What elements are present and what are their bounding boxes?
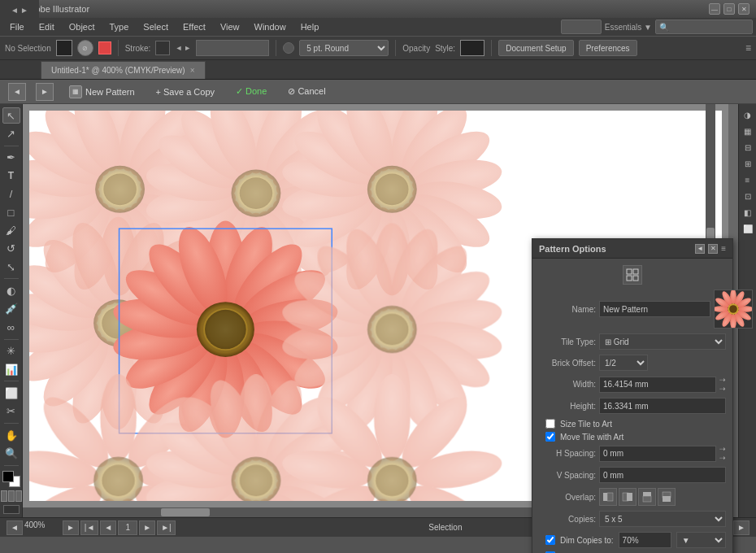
maximize-button[interactable]: □ xyxy=(723,3,735,15)
width-input[interactable] xyxy=(599,377,716,393)
color-mode-btn[interactable] xyxy=(98,41,111,54)
zoom-decrease-btn[interactable]: ◄ xyxy=(7,520,23,535)
pen-tool[interactable]: ✒ xyxy=(2,150,20,166)
forward-btn[interactable]: ► xyxy=(36,83,54,101)
menu-help[interactable]: Help xyxy=(294,20,326,33)
style-swatch[interactable] xyxy=(460,40,484,56)
link-spacing-btn[interactable]: ⇢ ⇢ xyxy=(719,445,726,462)
last-page-btn[interactable]: ►| xyxy=(157,520,176,535)
draw-behind-btn[interactable] xyxy=(8,490,15,502)
overlap-left-btn[interactable] xyxy=(599,488,617,506)
height-input[interactable] xyxy=(599,398,726,414)
close-button[interactable]: ✕ xyxy=(738,3,749,15)
tile-preview xyxy=(714,290,753,329)
blend-tool[interactable]: ∞ xyxy=(2,319,20,335)
height-label: Height: xyxy=(539,402,596,411)
h-spacing-input[interactable] xyxy=(599,446,716,462)
panel-align-icon[interactable]: ≡ xyxy=(741,172,755,187)
artboard-tool[interactable]: ⬜ xyxy=(2,385,20,401)
svg-rect-186 xyxy=(643,496,651,502)
h-scrollbar-thumb[interactable] xyxy=(161,508,210,516)
panel-artboards-icon[interactable]: ⬜ xyxy=(741,221,755,236)
menu-file[interactable]: File xyxy=(3,20,31,33)
link-dimensions-btn[interactable]: ⇢ ⇢ xyxy=(719,376,726,393)
rect-tool[interactable]: □ xyxy=(2,204,20,220)
panel-minimize-btn[interactable]: ◄ xyxy=(695,244,705,254)
scroll-right-btn[interactable]: ► xyxy=(733,520,749,535)
back-btn[interactable]: ◄ xyxy=(8,83,26,101)
zoom-tool[interactable]: 🔍 xyxy=(2,445,20,461)
panel-layers-icon[interactable]: ◧ xyxy=(741,205,755,220)
done-btn[interactable]: ✓ Done xyxy=(230,83,272,100)
panel-header[interactable]: Pattern Options ◄ ✕ ≡ xyxy=(532,239,732,259)
overlap-buttons xyxy=(599,488,676,506)
overlap-top-btn[interactable] xyxy=(638,488,656,506)
fill-swatch[interactable] xyxy=(56,40,72,56)
panel-gradient-icon[interactable]: ▦ xyxy=(741,124,755,138)
preferences-button[interactable]: Preferences xyxy=(579,40,637,56)
draw-inside-btn[interactable] xyxy=(15,490,22,502)
tile-icon-btn[interactable] xyxy=(623,265,642,285)
column-tool[interactable]: 📊 xyxy=(2,361,20,377)
dim-copies-checkbox[interactable] xyxy=(545,535,555,545)
overlap-row: Overlap: xyxy=(539,488,726,506)
select-tool[interactable]: ↖ xyxy=(2,107,20,124)
cancel-btn[interactable]: ⊘ Cancel xyxy=(282,83,331,100)
v-spacing-input[interactable] xyxy=(599,467,726,483)
line-tool[interactable]: / xyxy=(2,185,20,202)
screen-mode-btn[interactable] xyxy=(3,505,20,514)
name-label: Name: xyxy=(539,305,596,314)
symbol-tool[interactable]: ✳ xyxy=(2,342,20,359)
brick-offset-select[interactable]: 1/2 1/3 1/4 xyxy=(599,355,648,371)
panel-close-btn[interactable]: ✕ xyxy=(708,244,718,254)
menu-select[interactable]: Select xyxy=(137,20,175,33)
slice-tool[interactable]: ✂ xyxy=(2,403,20,420)
menu-object[interactable]: Object xyxy=(63,20,102,33)
dim-copies-pct-input[interactable] xyxy=(619,532,671,548)
panel-stroke-icon[interactable]: ⊟ xyxy=(741,140,755,155)
overlap-bottom-btn[interactable] xyxy=(658,488,676,506)
hand-tool[interactable]: ✋ xyxy=(2,427,20,443)
menu-window[interactable]: Window xyxy=(248,20,293,33)
panel-color-icon[interactable]: ◑ xyxy=(741,107,755,122)
prev-page-btn[interactable]: ◄ xyxy=(100,520,116,535)
next-page-btn[interactable]: ► xyxy=(139,520,155,535)
panel-transform-icon[interactable]: ⊞ xyxy=(741,156,755,171)
stroke-style-select[interactable]: 5 pt. Round xyxy=(299,40,389,56)
panel-pathfinder-icon[interactable]: ⊡ xyxy=(741,189,755,203)
canvas-tab[interactable]: Untitled-1* @ 400% (CMYK/Preview) × xyxy=(41,61,206,79)
new-pattern-btn[interactable]: ▦ New Pattern xyxy=(63,82,141,102)
type-tool[interactable]: T xyxy=(2,168,20,184)
overlap-right-btn[interactable] xyxy=(619,488,637,506)
menu-edit[interactable]: Edit xyxy=(33,20,61,33)
first-page-btn[interactable]: |◄ xyxy=(80,520,99,535)
zoom-increase-btn[interactable]: ► xyxy=(63,520,79,535)
rotate-tool[interactable]: ↺ xyxy=(2,241,20,257)
tab-close-btn[interactable]: × xyxy=(190,66,195,75)
copies-select[interactable]: 5 x 5 3 x 3 7 x 7 xyxy=(599,511,726,527)
doc-setup-button[interactable]: Document Setup xyxy=(498,40,574,56)
stroke-input[interactable] xyxy=(196,40,269,56)
gradient-tool[interactable]: ◐ xyxy=(2,282,20,298)
name-input[interactable] xyxy=(599,301,710,317)
tile-type-select[interactable]: ⊞ Grid Brick by Row Brick by Column Hex … xyxy=(599,333,726,350)
menu-effect[interactable]: Effect xyxy=(176,20,212,33)
color-swatches[interactable] xyxy=(2,471,20,487)
menu-type[interactable]: Type xyxy=(103,20,136,33)
scale-tool[interactable]: ⤡ xyxy=(2,259,20,275)
panel-menu-btn[interactable]: ≡ xyxy=(721,244,726,254)
titlebar-controls: — □ ✕ xyxy=(709,3,749,15)
paint-tool[interactable]: 🖌 xyxy=(2,222,20,238)
size-to-art-checkbox[interactable] xyxy=(545,419,555,429)
minimize-button[interactable]: — xyxy=(709,3,720,15)
copies-row: Copies: 5 x 5 3 x 3 7 x 7 xyxy=(539,511,726,527)
dim-copies-pct-select[interactable]: ▼ xyxy=(676,532,726,548)
normal-draw-btn[interactable] xyxy=(1,490,7,502)
direct-select-tool[interactable]: ↗ xyxy=(2,125,20,142)
menu-view[interactable]: View xyxy=(214,20,246,33)
move-with-art-checkbox[interactable] xyxy=(545,432,555,442)
svg-point-162 xyxy=(376,464,409,496)
save-copy-btn[interactable]: + Save a Copy xyxy=(150,84,220,100)
left-toolbar: ↖ ↗ ✒ T / □ 🖌 ↺ ⤡ ◐ 💉 ∞ ✳ 📊 ⬜ ✂ ✋ 🔍 xyxy=(0,104,23,517)
eyedropper-tool[interactable]: 💉 xyxy=(2,301,20,317)
